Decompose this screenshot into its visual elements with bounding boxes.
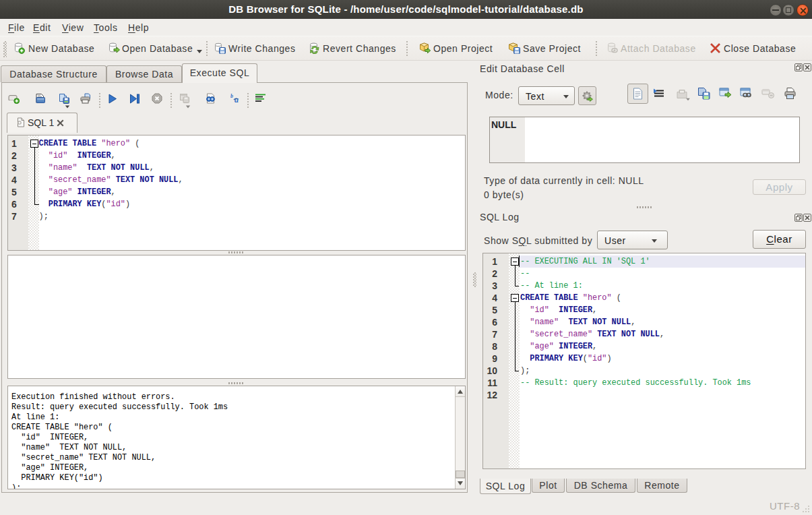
svg-text:a: a xyxy=(235,95,239,104)
svg-text:b: b xyxy=(230,93,233,99)
